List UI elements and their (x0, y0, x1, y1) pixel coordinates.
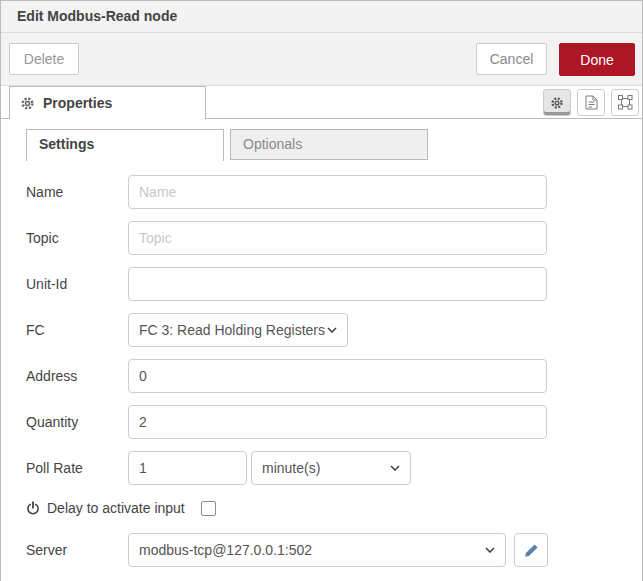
tab-optionals[interactable]: Optionals (230, 129, 428, 160)
address-row: Address (26, 359, 642, 393)
server-label: Server (26, 542, 128, 558)
quantity-input[interactable] (128, 405, 547, 439)
description-doc-button[interactable] (577, 89, 605, 116)
chevron-down-icon (390, 465, 400, 471)
editor-tab-bar: Properties (1, 86, 642, 119)
appearance-icon (618, 95, 633, 110)
unit-id-label: Unit-Id (26, 276, 128, 292)
dialog-title: Edit Modbus-Read node (17, 8, 177, 24)
tab-settings[interactable]: Settings (26, 129, 224, 161)
properties-gear-button[interactable] (543, 89, 571, 116)
fc-select[interactable]: FC 3: Read Holding Registers (128, 313, 348, 347)
server-selected-value: modbus-tcp@127.0.0.1:502 (139, 534, 312, 566)
chevron-down-icon (485, 547, 495, 553)
doc-icon (585, 95, 598, 110)
unit-id-row: Unit-Id (26, 267, 642, 301)
server-row: Server modbus-tcp@127.0.0.1:502 (26, 533, 642, 567)
edit-server-button[interactable] (514, 533, 548, 567)
settings-form: Name Topic Unit-Id FC FC 3: Read Holding… (1, 160, 642, 567)
quantity-label: Quantity (26, 414, 128, 430)
topic-row: Topic (26, 221, 642, 255)
poll-rate-input[interactable] (128, 451, 247, 485)
unit-id-input[interactable] (128, 267, 547, 301)
quantity-row: Quantity (26, 405, 642, 439)
chevron-down-icon (327, 327, 337, 333)
poll-rate-unit-select[interactable]: minute(s) (251, 451, 411, 485)
cancel-button[interactable]: Cancel (476, 43, 547, 75)
tab-properties-label: Properties (43, 95, 112, 111)
fc-selected-value: FC 3: Read Holding Registers (139, 314, 325, 346)
poll-rate-unit-value: minute(s) (262, 452, 320, 484)
appearance-button[interactable] (611, 89, 639, 116)
name-input[interactable] (128, 175, 547, 209)
name-label: Name (26, 184, 128, 200)
server-select[interactable]: modbus-tcp@127.0.0.1:502 (128, 533, 506, 567)
done-button[interactable]: Done (559, 43, 635, 76)
gear-icon (550, 96, 564, 110)
delete-button[interactable]: Delete (9, 43, 79, 75)
delay-label: Delay to activate input (47, 500, 185, 516)
settings-tab-bar: Settings Optionals (26, 129, 642, 160)
pencil-icon (524, 543, 539, 558)
topic-input[interactable] (128, 221, 547, 255)
fc-label: FC (26, 322, 128, 338)
editor-content: Settings Optionals Name Topic Unit-Id FC… (1, 129, 642, 567)
gear-icon (20, 96, 35, 111)
edit-node-dialog: Edit Modbus-Read node Delete Cancel Done… (0, 0, 643, 581)
dialog-toolbar: Delete Cancel Done (1, 33, 642, 86)
fc-row: FC FC 3: Read Holding Registers (26, 313, 642, 347)
delay-checkbox[interactable] (201, 501, 216, 516)
editor-icon-buttons (543, 89, 639, 116)
tab-properties[interactable]: Properties (9, 86, 206, 119)
name-row: Name (26, 175, 642, 209)
poll-rate-row: Poll Rate minute(s) (26, 451, 642, 485)
delay-row: Delay to activate input (26, 498, 642, 518)
poll-rate-label: Poll Rate (26, 460, 128, 476)
address-input[interactable] (128, 359, 547, 393)
power-icon (26, 501, 40, 516)
topic-label: Topic (26, 230, 128, 246)
address-label: Address (26, 368, 128, 384)
dialog-header: Edit Modbus-Read node (1, 1, 642, 33)
